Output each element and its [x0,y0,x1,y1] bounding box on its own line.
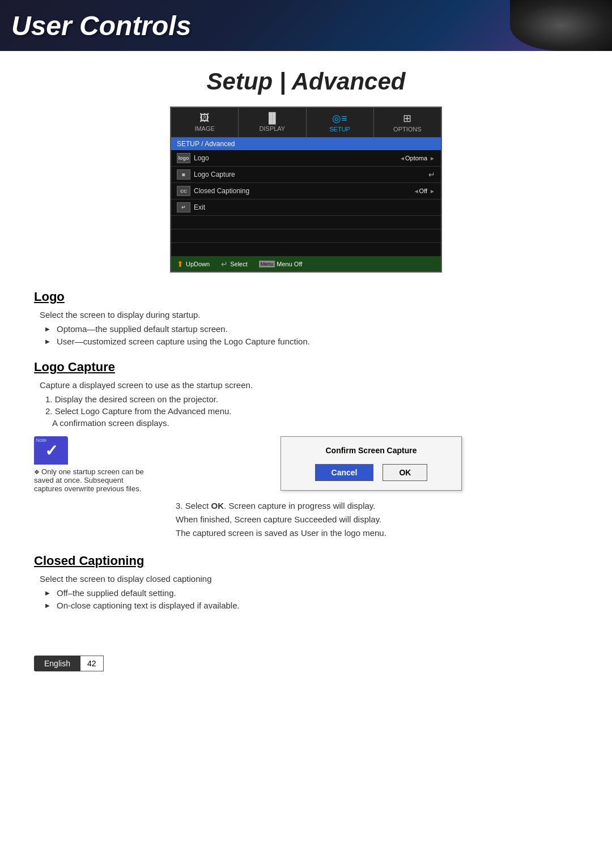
cc-left-arrow: ◄ [414,188,419,194]
menu-panel: 🖼 IMAGE ▐▌ DISPLAY ◎≡ SETUP ⊞ OPTIONS SE… [170,107,442,273]
logo-bullet-1: Optoma—the supplied default startup scre… [45,324,578,334]
cc-bullet-2: On-close captioning text is displayed if… [45,601,578,610]
note-text: Only one startup screen can be saved at … [34,467,147,493]
display-tab-label: DISPLAY [260,125,286,132]
menu-tabs: 🖼 IMAGE ▐▌ DISPLAY ◎≡ SETUP ⊞ OPTIONS [171,108,441,138]
cc-row-icon: CC [177,186,190,196]
cc-row-label: Closed Captioning [194,187,411,195]
menu-spacer-2 [171,229,441,243]
closed-captioning-heading: Closed Captioning [34,554,578,568]
confirm-dialog: Confirm Screen Capture Cancel OK [280,436,462,491]
footer-select: ↵ Select [221,259,248,269]
step-1: 1. Display the desired screen on the pro… [45,394,578,404]
note-box: Note Only one startup screen can be save… [34,436,147,493]
header-bar: User Controls [0,0,612,51]
step-2b: A confirmation screen displays. [52,418,578,428]
menu-row-logo[interactable]: logo Logo ◄ Optoma ► [171,150,441,167]
menu-row-exit[interactable]: ↵ Exit [171,199,441,216]
step-2: 2. Select Logo Capture from the Advanced… [45,406,578,416]
footer-language: English [34,656,80,671]
note-capture-area: Note Only one startup screen can be save… [34,436,578,540]
note-badge: Note [34,436,68,465]
tab-setup[interactable]: ◎≡ SETUP [307,108,374,137]
menu-footer: ⬆ UpDown ↵ Select Menu Menu Off [171,257,441,271]
capture-right: Confirm Screen Capture Cancel OK 3. Sele… [164,436,578,540]
footer-page-number: 42 [80,656,104,671]
closed-captioning-desc: Select the screen to display closed capt… [40,574,578,584]
cc-right-arrow: ► [430,188,435,194]
confirm-dialog-buttons: Cancel OK [292,464,450,481]
menu-spacer-1 [171,216,441,229]
logo-row-icon: logo [177,153,190,163]
logo-capture-row-icon: ◙ [177,169,190,180]
options-tab-icon: ⊞ [376,112,439,125]
logo-capture-row-label: Logo Capture [194,171,428,178]
confirm-dialog-title: Confirm Screen Capture [292,446,450,455]
step3-desc: 3. Select OK. Screen capture in progress… [176,499,578,540]
logo-row-value: Optoma [405,155,427,161]
tab-options[interactable]: ⊞ OPTIONS [374,108,441,137]
logo-heading: Logo [34,290,578,304]
display-tab-icon: ▐▌ [241,112,303,124]
step3-bold: OK [211,501,224,510]
tab-image[interactable]: 🖼 IMAGE [171,108,239,137]
image-tab-icon: 🖼 [173,112,236,124]
updown-label: UpDown [186,261,210,267]
tab-display[interactable]: ▐▌ DISPLAY [239,108,306,137]
page-footer: English 42 [0,650,612,677]
logo-bullet-list: Optoma—the supplied default startup scre… [45,324,578,346]
menu-section-title: SETUP / Advanced [171,138,441,150]
menu-row-logo-capture[interactable]: ◙ Logo Capture ↵ [171,167,441,183]
cc-row-value: Off [419,188,427,194]
closed-captioning-bullet-list: Off–the supplied default setting. On-clo… [45,588,578,610]
logo-capture-steps: 1. Display the desired screen on the pro… [45,394,578,428]
image-tab-label: IMAGE [194,125,214,132]
updown-icon: ⬆ [177,259,184,269]
header-title: User Controls [11,10,191,41]
logo-desc: Select the screen to display during star… [40,310,578,320]
logo-left-arrow: ◄ [400,155,405,161]
logo-row-label: Logo [194,154,397,162]
ok-button[interactable]: OK [382,464,427,481]
main-content: 🖼 IMAGE ▐▌ DISPLAY ◎≡ SETUP ⊞ OPTIONS SE… [0,107,612,639]
logo-capture-heading: Logo Capture [34,360,578,375]
setup-tab-icon: ◎≡ [309,112,371,125]
menu-spacer-3 [171,243,441,257]
select-icon: ↵ [221,259,228,269]
select-label: Select [230,261,248,267]
menu-off-label: Menu Off [277,261,302,267]
menu-icon: Menu [259,261,275,267]
cancel-button[interactable]: Cancel [315,464,374,481]
footer-updown: ⬆ UpDown [177,259,210,269]
footer-menu-off: Menu Menu Off [259,261,303,267]
logo-capture-enter-icon: ↵ [428,170,435,179]
logo-capture-desc: Capture a displayed screen to use as the… [40,380,578,390]
options-tab-label: OPTIONS [393,126,422,133]
logo-bullet-2: User—customized screen capture using the… [45,337,578,346]
page-title: Setup | Advanced [0,68,612,95]
menu-row-closed-captioning[interactable]: CC Closed Captioning ◄ Off ► [171,183,441,199]
exit-row-label: Exit [194,203,435,211]
cc-bullet-1: Off–the supplied default setting. [45,588,578,598]
note-badge-label: Note [36,437,46,443]
setup-tab-label: SETUP [329,126,350,133]
logo-right-arrow: ► [430,155,435,161]
exit-row-icon: ↵ [177,202,190,212]
